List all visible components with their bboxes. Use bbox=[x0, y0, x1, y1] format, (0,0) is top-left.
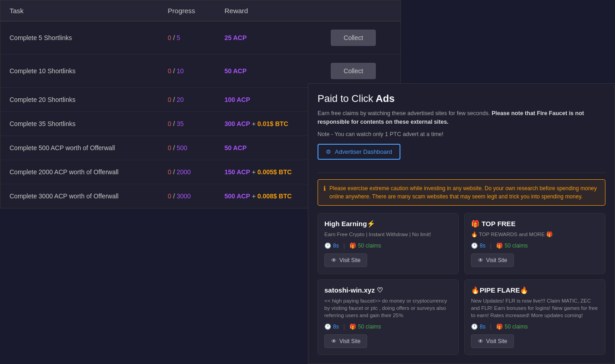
progress-total: 5 bbox=[177, 34, 180, 41]
visit-site-button[interactable]: 👁 Visit Site bbox=[324, 334, 367, 348]
progress-sep: / bbox=[171, 120, 177, 127]
reward-btc: 0.005$ BTC bbox=[257, 168, 292, 176]
reward-plus: + bbox=[250, 168, 257, 176]
gift-icon: 🎁 bbox=[349, 243, 356, 249]
task-name: Complete 3000 ACP worth of Offerwall bbox=[0, 184, 159, 208]
ad-claims: 🎁 50 claims bbox=[496, 243, 528, 249]
progress-sep: / bbox=[171, 192, 177, 200]
task-reward: 100 ACP bbox=[215, 88, 322, 112]
task-action[interactable]: Collect bbox=[322, 21, 400, 55]
visit-site-button[interactable]: 👁 Visit Site bbox=[324, 253, 367, 267]
collect-button[interactable]: Collect bbox=[331, 30, 376, 46]
task-reward: 500 ACP + 0.008$ BTC bbox=[215, 184, 322, 208]
task-progress: 0 / 20 bbox=[159, 88, 215, 112]
ad-title: 🔥PIPE FLARE🔥 bbox=[471, 286, 599, 294]
ad-desc: 🔥 TOP REWARDS and MORE 🎁 bbox=[471, 231, 599, 238]
ad-card: 🔥PIPE FLARE🔥 New Updates! FLR is now liv… bbox=[464, 279, 605, 355]
ad-desc: New Updates! FLR is now live!!! Claim MA… bbox=[471, 297, 599, 319]
task-reward: 25 ACP bbox=[215, 21, 322, 55]
reward-acp: 25 ACP bbox=[225, 34, 247, 41]
gift-icon: 🎁 bbox=[349, 324, 356, 330]
settings-icon: ⚙ bbox=[326, 148, 331, 155]
ad-card: satoshi-win.xyz ♡ << high paying faucet>… bbox=[318, 279, 459, 355]
progress-zero: 0 bbox=[168, 192, 171, 200]
progress-total: 2000 bbox=[177, 168, 191, 176]
progress-zero: 0 bbox=[168, 34, 171, 41]
task-name: Complete 500 ACP worth of Offerwall bbox=[0, 136, 159, 160]
ptc-description: Earn free claims by watching these adver… bbox=[318, 109, 605, 126]
task-progress: 0 / 500 bbox=[159, 136, 215, 160]
ad-title: 🎁 TOP FREE bbox=[471, 220, 599, 228]
ad-time: 🕐 8s bbox=[324, 324, 339, 330]
ad-claims: 🎁 50 claims bbox=[496, 324, 528, 330]
ad-stats: 🕐 8s | 🎁 50 claims bbox=[471, 324, 599, 330]
task-name: Complete 35 Shortlinks bbox=[0, 112, 159, 136]
reward-btc: 0.008$ BTC bbox=[257, 192, 292, 200]
reward-btc: 0.01$ BTC bbox=[257, 120, 288, 127]
reward-plus: + bbox=[250, 192, 257, 200]
task-name: Complete 5 Shortlinks bbox=[0, 21, 159, 55]
task-reward: 300 ACP + 0.01$ BTC bbox=[215, 112, 322, 136]
ad-card: 🎁 TOP FREE 🔥 TOP REWARDS and MORE 🎁 🕐 8s… bbox=[464, 213, 605, 274]
task-progress: 0 / 10 bbox=[159, 55, 215, 88]
clock-icon: 🕐 bbox=[471, 243, 478, 249]
ad-time: 🕐 8s bbox=[471, 324, 486, 330]
eye-icon: 👁 bbox=[478, 257, 483, 263]
col-task: Task bbox=[0, 0, 159, 21]
advertiser-dashboard-button[interactable]: ⚙ Advertiser Dashboard bbox=[318, 144, 400, 160]
reward-acp: 300 ACP bbox=[225, 120, 250, 127]
table-row: Complete 10 Shortlinks0 / 1050 ACPCollec… bbox=[0, 55, 400, 88]
progress-total: 3000 bbox=[177, 192, 191, 200]
gift-icon: 🎁 bbox=[496, 324, 503, 330]
progress-zero: 0 bbox=[168, 120, 171, 127]
ad-title: satoshi-win.xyz ♡ bbox=[324, 286, 452, 294]
task-progress: 0 / 3000 bbox=[159, 184, 215, 208]
task-name: Complete 2000 ACP worth of Offerwall bbox=[0, 160, 159, 184]
task-name: Complete 10 Shortlinks bbox=[0, 55, 159, 88]
ad-card: High Earning⚡ Earn Free Crypto | Instant… bbox=[318, 213, 459, 274]
ad-title: High Earning⚡ bbox=[324, 220, 452, 228]
progress-zero: 0 bbox=[168, 67, 171, 75]
table-row: Complete 5 Shortlinks0 / 525 ACPCollect bbox=[0, 21, 400, 55]
progress-sep: / bbox=[171, 144, 177, 152]
ad-stats: 🕐 8s | 🎁 50 claims bbox=[324, 243, 452, 249]
ads-grid: High Earning⚡ Earn Free Crypto | Instant… bbox=[318, 213, 605, 355]
task-name: Complete 20 Shortlinks bbox=[0, 88, 159, 112]
reward-acp: 500 ACP bbox=[225, 192, 250, 200]
gift-icon: 🎁 bbox=[496, 243, 503, 249]
ad-stats: 🕐 8s | 🎁 50 claims bbox=[324, 324, 452, 330]
progress-sep: / bbox=[171, 96, 177, 103]
task-progress: 0 / 35 bbox=[159, 112, 215, 136]
reward-plus: + bbox=[250, 120, 257, 127]
eye-icon: 👁 bbox=[331, 257, 337, 263]
progress-sep: / bbox=[171, 34, 177, 41]
reward-acp: 150 ACP bbox=[225, 168, 250, 176]
visit-site-button[interactable]: 👁 Visit Site bbox=[471, 334, 514, 348]
ad-desc: << high paying faucet>> do money or cryp… bbox=[324, 297, 452, 319]
progress-zero: 0 bbox=[168, 96, 171, 103]
task-progress: 0 / 2000 bbox=[159, 160, 215, 184]
clock-icon: 🕐 bbox=[324, 243, 331, 249]
progress-total: 20 bbox=[177, 96, 184, 103]
warning-text: Please exercise extreme caution while in… bbox=[329, 184, 600, 201]
collect-button[interactable]: Collect bbox=[331, 63, 376, 79]
task-reward: 50 ACP bbox=[215, 55, 322, 88]
reward-acp: 100 ACP bbox=[225, 96, 250, 103]
reward-acp: 50 ACP bbox=[225, 144, 247, 152]
progress-total: 10 bbox=[177, 67, 184, 75]
visit-site-button[interactable]: 👁 Visit Site bbox=[471, 253, 514, 267]
clock-icon: 🕐 bbox=[471, 324, 478, 330]
warning-icon: ℹ bbox=[323, 185, 326, 192]
reward-acp: 50 ACP bbox=[225, 67, 247, 75]
task-action[interactable]: Collect bbox=[322, 55, 400, 88]
ptc-note: Note - You can watch only 1 PTC advert a… bbox=[318, 131, 605, 137]
eye-icon: 👁 bbox=[331, 338, 337, 344]
progress-zero: 0 bbox=[168, 144, 171, 152]
ad-desc: Earn Free Crypto | Instant Withdraw | No… bbox=[324, 231, 452, 238]
ad-claims: 🎁 50 claims bbox=[349, 243, 381, 249]
col-progress: Progress bbox=[159, 0, 215, 21]
progress-total: 35 bbox=[177, 120, 184, 127]
progress-sep: / bbox=[171, 168, 177, 176]
ptc-panel: Paid to Click Ads Earn free claims by wa… bbox=[308, 83, 615, 364]
warning-box: ℹ Please exercise extreme caution while … bbox=[318, 179, 605, 206]
